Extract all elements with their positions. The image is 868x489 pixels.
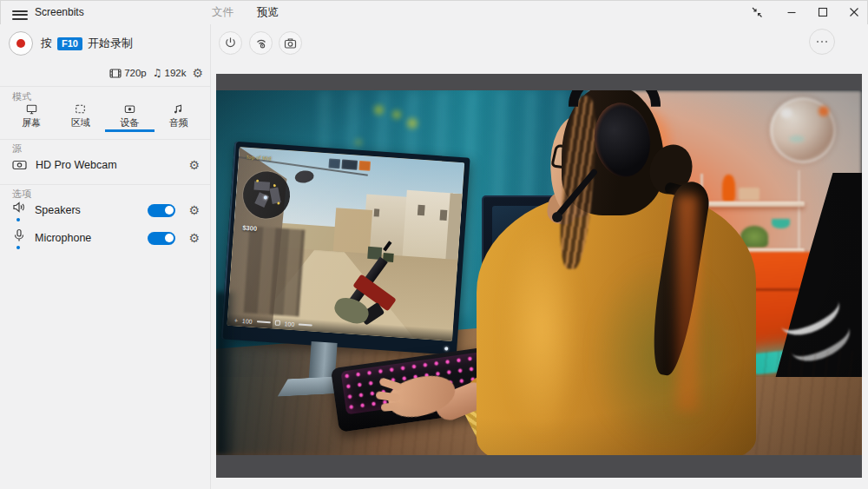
monitor-icon (25, 103, 38, 115)
region-select-icon (74, 103, 87, 115)
record-row: 按 F10 开始录制 (9, 30, 133, 56)
music-note-icon (172, 103, 185, 115)
tab-screen-label: 屏幕 (22, 116, 41, 129)
mode-section-label: 模式 (12, 90, 31, 103)
record-button[interactable] (9, 31, 33, 56)
video-quality-value: 720p (124, 68, 147, 78)
webcam-settings-gear-icon[interactable]: ⚙ (188, 159, 200, 171)
options-divider (0, 184, 210, 185)
speakers-settings-gear-icon[interactable]: ⚙ (188, 204, 200, 216)
webcam-preview-image: Top of Mid $300 + (216, 90, 862, 455)
hamburger-menu-icon[interactable] (8, 4, 32, 21)
hotkey-badge: F10 (57, 37, 82, 50)
music-note-icon: ♫ (153, 67, 162, 79)
compact-mode-button[interactable] (740, 0, 774, 24)
microphone-row: Microphone ⚙ (0, 226, 210, 250)
speaker-level-dot (16, 218, 20, 221)
speakers-label: Speakers (35, 204, 148, 216)
microphone-icon (12, 228, 27, 248)
preview-panel[interactable]: Top of Mid $300 + (216, 74, 862, 478)
close-button[interactable] (837, 0, 868, 24)
title-bar: Screenbits 文件 预览 (0, 0, 868, 24)
wireless-camera-button[interactable] (249, 31, 273, 55)
main-panel: Top of Mid $300 + (211, 24, 868, 489)
microphone-toggle[interactable] (148, 232, 175, 245)
maximize-icon (817, 6, 829, 18)
screenshot-button[interactable] (279, 31, 302, 55)
minimize-button[interactable] (774, 0, 809, 24)
tab-region[interactable]: 区域 (56, 102, 106, 132)
tab-region-label: 区域 (71, 116, 90, 129)
video-icon (109, 68, 122, 79)
capture-device-icon (123, 103, 136, 115)
microphone-settings-gear-icon[interactable]: ⚙ (188, 232, 200, 244)
more-options-button[interactable] (809, 29, 835, 55)
tab-device-label: 设备 (120, 116, 139, 129)
screenbits-window: Screenbits 文件 预览 按 F10 开始录制 (0, 0, 868, 489)
record-hint-prefix: 按 (41, 36, 52, 51)
record-dot-icon (16, 39, 25, 48)
wireless-signal-camera-icon (254, 36, 268, 50)
record-hint: 按 F10 开始录制 (41, 36, 133, 51)
close-icon (848, 6, 860, 18)
sidebar: 按 F10 开始录制 720p ♫ 192k ⚙ 模式 (0, 24, 210, 489)
tab-audio-label: 音频 (169, 116, 188, 129)
maximize-button[interactable] (806, 0, 840, 24)
microphone-level-dot (16, 246, 20, 249)
collapse-arrows-icon (750, 5, 764, 19)
microphone-label: Microphone (35, 232, 148, 244)
audio-quality[interactable]: ♫ 192k (153, 67, 187, 79)
menu-file[interactable]: 文件 (212, 0, 233, 24)
video-quality[interactable]: 720p (109, 68, 147, 79)
source-device-name: HD Pro Webcam (36, 159, 188, 171)
speaker-icon (12, 201, 27, 220)
source-divider (0, 139, 210, 140)
photo-vignette (216, 90, 862, 455)
quality-settings-gear-icon[interactable]: ⚙ (192, 67, 203, 79)
power-button[interactable] (219, 31, 242, 55)
tab-device[interactable]: 设备 (105, 102, 155, 132)
toggle-knob (165, 206, 174, 215)
record-hint-suffix: 开始录制 (88, 36, 133, 51)
tab-audio[interactable]: 音频 (155, 102, 204, 132)
webcam-icon (12, 159, 27, 171)
mode-tabs: 屏幕 区域 设备 音频 (7, 102, 203, 132)
audio-quality-value: 192k (165, 68, 187, 78)
source-device-row[interactable]: HD Pro Webcam ⚙ (0, 153, 210, 177)
power-icon (224, 36, 237, 50)
mode-divider (0, 86, 210, 87)
app-title: Screenbits (35, 0, 84, 24)
camera-icon (284, 37, 297, 50)
quality-row: 720p ♫ 192k ⚙ (109, 64, 203, 82)
speakers-row: Speakers ⚙ (0, 198, 210, 222)
menu-preview[interactable]: 预览 (257, 0, 279, 24)
speakers-toggle[interactable] (148, 204, 175, 217)
tab-screen[interactable]: 屏幕 (7, 102, 56, 132)
toggle-knob (165, 234, 174, 242)
minimize-icon (786, 6, 798, 18)
